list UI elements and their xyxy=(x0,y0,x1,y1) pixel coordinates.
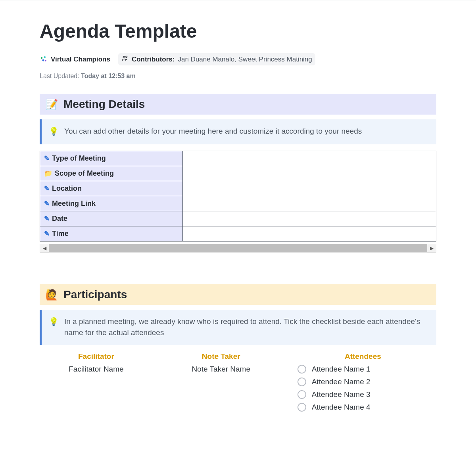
attendee-row: Attendee Name 2 xyxy=(298,378,436,386)
attendee-checkbox[interactable] xyxy=(298,403,306,412)
svg-point-5 xyxy=(126,56,127,57)
detail-value-cell[interactable] xyxy=(182,166,436,181)
detail-value-cell[interactable] xyxy=(182,211,436,226)
detail-value-cell[interactable] xyxy=(182,226,436,241)
attendee-checkbox[interactable] xyxy=(298,390,306,399)
detail-label: Time xyxy=(52,230,69,238)
folder-icon: 📁 xyxy=(44,170,52,177)
detail-label: Meeting Link xyxy=(52,199,96,207)
spacer xyxy=(40,253,436,284)
detail-label-cell[interactable]: ✎Location xyxy=(40,181,183,196)
attendees-column: Attendees Attendee Name 1Attendee Name 2… xyxy=(290,352,436,416)
contributors-icon xyxy=(121,55,129,64)
detail-label-cell[interactable]: ✎Type of Meeting xyxy=(40,151,183,166)
scroll-left-icon[interactable]: ◀ xyxy=(40,245,49,251)
attendee-row: Attendee Name 1 xyxy=(298,365,436,374)
contributors-chip[interactable]: Contributors: Jan Duane Manalo, Sweet Pr… xyxy=(118,53,315,65)
note-taker-name[interactable]: Note Taker Name xyxy=(165,365,278,374)
table-row: ✎Type of Meeting xyxy=(40,151,436,166)
participants-columns: Facilitator Facilitator Name Note Taker … xyxy=(40,352,436,416)
table-row: ✎Time xyxy=(40,226,436,241)
contributors-label: Contributors: xyxy=(132,56,175,63)
raise-hand-icon: 🙋 xyxy=(45,289,58,301)
attendee-name[interactable]: Attendee Name 1 xyxy=(312,365,370,374)
attendee-name[interactable]: Attendee Name 3 xyxy=(312,390,370,399)
detail-label: Date xyxy=(52,215,67,222)
workspace-name: Virtual Champions xyxy=(51,56,110,63)
attendee-checkbox[interactable] xyxy=(298,365,306,374)
contributors-value: Jan Duane Manalo, Sweet Princess Matinin… xyxy=(178,56,312,63)
callout-meeting-details: 💡 You can add other details for your mee… xyxy=(40,119,436,144)
page-title: Agenda Template xyxy=(40,20,436,42)
detail-label: Location xyxy=(52,184,82,192)
attendee-name[interactable]: Attendee Name 2 xyxy=(312,378,370,386)
pencil-icon: ✎ xyxy=(44,230,50,238)
facilitator-column: Facilitator Facilitator Name xyxy=(40,352,153,416)
detail-label-cell[interactable]: 📁Scope of Meeting xyxy=(40,166,183,181)
workspace-icon xyxy=(40,56,48,63)
pencil-icon: ✎ xyxy=(44,200,50,207)
detail-label: Scope of Meeting xyxy=(55,169,114,177)
section-title: Meeting Details xyxy=(63,98,145,111)
lightbulb-icon: 💡 xyxy=(49,316,59,328)
pencil-icon: ✎ xyxy=(44,155,50,162)
svg-point-4 xyxy=(123,56,125,58)
last-updated: Last Updated: Today at 12:53 am xyxy=(40,73,436,80)
attendee-row: Attendee Name 4 xyxy=(298,403,436,412)
scroll-right-icon[interactable]: ▶ xyxy=(427,245,436,251)
document-page: Agenda Template Virtual Champions xyxy=(0,0,476,431)
svg-point-3 xyxy=(45,60,46,61)
detail-label-cell[interactable]: ✎Meeting Link xyxy=(40,196,183,211)
attendees-label: Attendees xyxy=(345,352,381,361)
table-row: ✎Meeting Link xyxy=(40,196,436,211)
facilitator-label: Facilitator xyxy=(40,352,153,361)
svg-point-1 xyxy=(44,56,46,58)
meta-row: Virtual Champions Contributors: Jan Duan… xyxy=(40,53,436,65)
facilitator-name[interactable]: Facilitator Name xyxy=(40,365,153,374)
callout-text: In a planned meeting, we already know wh… xyxy=(64,316,429,338)
detail-value-cell[interactable] xyxy=(182,151,436,166)
section-header-participants: 🙋 Participants xyxy=(40,284,436,305)
section-header-meeting-details: 📝 Meeting Details xyxy=(40,94,436,115)
section-title: Participants xyxy=(63,288,127,301)
last-updated-value: Today at 12:53 am xyxy=(81,73,136,79)
memo-icon: 📝 xyxy=(45,98,58,111)
note-taker-label: Note Taker xyxy=(165,352,278,361)
callout-text: You can add other details for your meeti… xyxy=(64,126,362,137)
note-taker-column: Note Taker Note Taker Name xyxy=(165,352,278,416)
table-row: ✎Location xyxy=(40,181,436,196)
meeting-details-table: ✎Type of Meeting📁Scope of Meeting✎Locati… xyxy=(40,151,436,241)
last-updated-label: Last Updated: xyxy=(40,73,79,79)
pencil-icon: ✎ xyxy=(44,185,50,192)
detail-value-cell[interactable] xyxy=(182,196,436,211)
attendee-checkbox[interactable] xyxy=(298,378,306,386)
scrollbar-track[interactable] xyxy=(49,244,427,252)
table-row: ✎Date xyxy=(40,211,436,226)
svg-point-0 xyxy=(41,57,42,58)
table-row: 📁Scope of Meeting xyxy=(40,166,436,181)
detail-value-cell[interactable] xyxy=(182,181,436,196)
pencil-icon: ✎ xyxy=(44,215,50,222)
detail-label-cell[interactable]: ✎Time xyxy=(40,226,183,241)
callout-participants: 💡 In a planned meeting, we already know … xyxy=(40,310,436,345)
svg-point-2 xyxy=(42,59,44,61)
detail-label: Type of Meeting xyxy=(52,154,106,162)
lightbulb-icon: 💡 xyxy=(49,126,59,137)
horizontal-scrollbar[interactable]: ◀ ▶ xyxy=(40,244,436,253)
workspace-chip[interactable]: Virtual Champions xyxy=(40,56,110,63)
attendee-row: Attendee Name 3 xyxy=(298,390,436,399)
attendee-name[interactable]: Attendee Name 4 xyxy=(312,403,370,412)
detail-label-cell[interactable]: ✎Date xyxy=(40,211,183,226)
